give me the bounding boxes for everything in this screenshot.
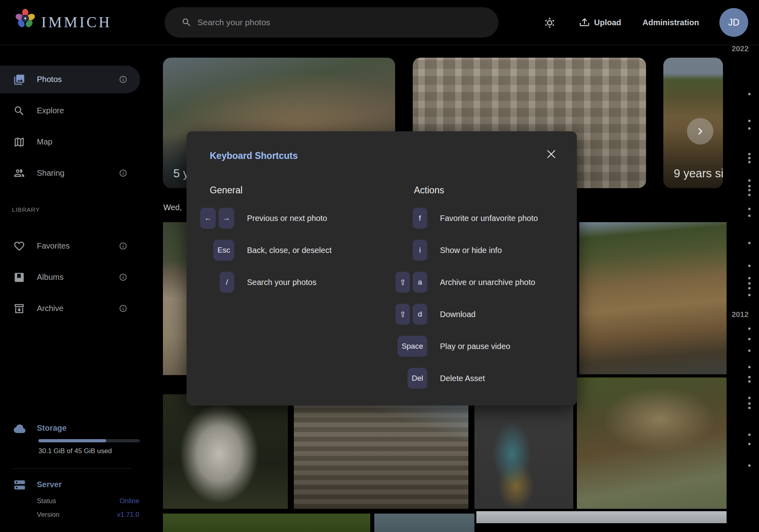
shortcut-label: Search your photos [247,278,316,287]
sidebar-item-favorites[interactable]: Favorites [0,232,140,260]
shortcut-label: Show or hide info [440,246,502,255]
shortcut-keys: Esc [196,240,234,261]
sidebar-main-nav: PhotosExploreMapSharing [0,66,140,191]
key-cap: Del [408,368,427,389]
search-bar[interactable] [165,7,498,38]
timeline-dot [748,294,751,296]
photo-thumbnail[interactable] [474,394,573,509]
timeline-dot [748,153,751,155]
shortcut-keys: / [196,272,234,293]
shortcuts-section-title: Actions [414,185,538,197]
shortcut-row: ⇧dDownload [389,298,538,330]
info-icon[interactable] [119,242,127,250]
timeline-dot [748,93,751,95]
key-cap: ← [200,208,216,229]
keyboard-shortcuts-modal: Keyboard Shortcuts General←→Previous or … [187,131,577,406]
key-cap: d [413,304,427,325]
status-label: Status [37,497,56,505]
sidebar-item-label: Map [37,137,52,147]
sidebar: PhotosExploreMapSharing LIBRARY Favorite… [0,45,140,532]
shortcuts-general-column: General←→Previous or next photoEscBack, … [196,185,331,298]
storage-usage-text: 30.1 GiB of 45 GiB used [38,447,112,455]
key-cap: ⇧ [396,272,410,293]
shortcuts-section-title: General [210,185,331,197]
timeline-dot [748,120,751,122]
immich-app: 5 y 9 years sin Wed, 2022 2012 [0,0,759,532]
shortcut-keys: ⇧d [389,304,427,325]
app-title: IMMICH [41,13,112,31]
shortcut-row: EscBack, close, or deselect [196,234,331,266]
shortcut-row: SpacePlay or pause video [389,330,538,362]
timeline-dot [748,161,751,163]
timeline-dot [748,127,751,130]
user-avatar[interactable]: JD [719,8,748,37]
upload-button[interactable]: Upload [579,0,621,45]
photo-thumbnail[interactable] [163,514,370,532]
chevron-right-icon [693,124,707,138]
photo-thumbnail[interactable] [577,377,727,509]
key-cap: f [413,208,427,229]
storage-title: Storage [37,424,66,433]
immich-logo-icon[interactable] [14,8,36,30]
storage-progress-bar [38,439,140,442]
timeline-dot [748,407,751,409]
info-icon[interactable] [119,169,127,177]
photo-thumbnail[interactable] [579,222,727,374]
key-cap: ⇧ [396,304,410,325]
sidebar-item-label: Explore [37,106,64,115]
shortcut-row: DelDelete Asset [389,362,538,394]
sidebar-item-sharing[interactable]: Sharing [0,159,140,187]
sidebar-item-explore[interactable]: Explore [0,97,140,124]
heart-icon [13,240,25,252]
server-version-row: Version v1.71.0 [37,511,139,519]
info-icon[interactable] [119,304,127,313]
info-icon[interactable] [119,75,127,84]
search-input[interactable] [197,18,454,27]
close-icon [545,148,557,160]
photo-thumbnail[interactable] [163,394,288,509]
sidebar-item-label: Archive [37,304,64,313]
shortcut-row: /Search your photos [196,266,331,298]
shortcut-keys: i [389,240,427,261]
photo-thumbnail[interactable] [294,394,468,509]
version-label: Version [37,511,60,519]
magnify-icon [13,105,25,117]
sidebar-item-albums[interactable]: Albums [0,263,140,291]
sidebar-item-label: Sharing [37,169,64,178]
administration-link[interactable]: Administration [643,0,699,45]
sidebar-item-label: Favorites [37,241,70,251]
shortcut-row: ⇧aArchive or unarchive photo [389,266,538,298]
upload-icon [579,17,590,28]
timeline-dot [748,402,751,405]
memory-next-button[interactable] [687,118,713,145]
timeline-dot [748,277,751,279]
theme-toggle-button[interactable] [543,0,556,45]
shortcut-label: Favorite or unfavorite photo [440,214,538,223]
info-icon[interactable] [119,273,127,281]
shortcut-label: Archive or unarchive photo [440,278,535,287]
timeline-dot [748,397,751,399]
close-button[interactable] [545,148,558,161]
timeline-dot [748,380,751,383]
timeline-dot [748,443,751,445]
timeline-dot [748,242,751,244]
timeline-dot [748,215,751,217]
shortcut-row: fFavorite or unfavorite photo [389,202,538,234]
timeline-dot [748,179,751,182]
sidebar-item-photos[interactable]: Photos [0,66,140,93]
shortcut-label: Download [440,310,476,319]
sidebar-item-label: Photos [37,75,62,84]
key-cap: Space [398,336,427,357]
photo-thumbnail[interactable] [374,514,474,532]
timeline-dot [748,194,751,196]
timeline-dot [748,327,751,330]
photo-thumbnail[interactable] [476,511,727,523]
shortcut-keys: ⇧a [389,272,427,293]
map-icon [13,136,25,148]
sidebar-item-map[interactable]: Map [0,128,140,156]
image-multiple-icon [13,74,25,86]
timeline-dot [748,189,751,191]
timeline-dot [748,185,751,187]
sidebar-item-archive[interactable]: Archive [0,295,140,322]
cloud-icon [13,422,26,435]
